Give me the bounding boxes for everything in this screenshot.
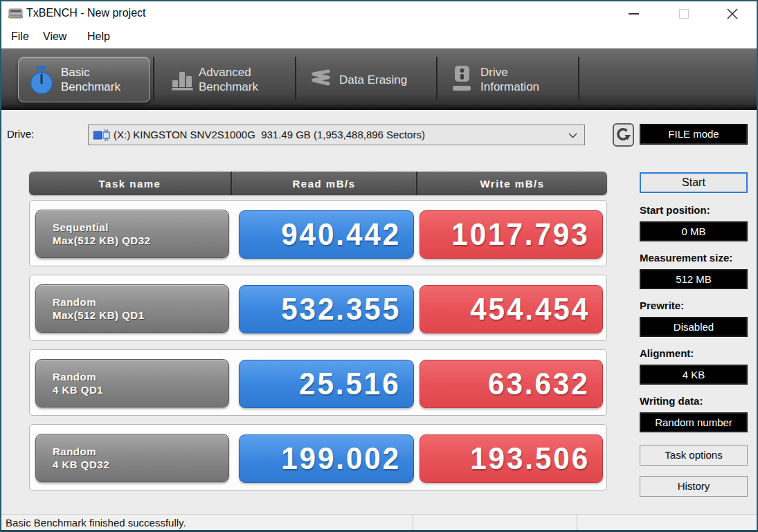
writing-data-value[interactable]: Random number [640,412,748,432]
task-name-line2: Max(512 KB) QD32 [53,234,228,247]
tab-advanced-line2: Benchmark [199,80,258,94]
tab-drive-information[interactable]: Drive Information [448,57,576,102]
window-title: TxBENCH - New project [26,7,145,19]
write-value-box: 193.506 [419,434,603,483]
status-separator [413,515,413,532]
read-value: 25.516 [300,367,401,401]
main-area: Drive: (X:) KINGSTON SNV2S1000G 931.49 G… [1,110,757,514]
header-read: Read mB/s [232,172,416,195]
write-value: 63.632 [489,367,590,401]
status-separator [577,515,577,532]
start-position-value[interactable]: 0 MB [640,221,748,241]
prewrite-value[interactable]: Disabled [640,317,748,337]
drive-label: Drive: [7,128,34,140]
task-name-line1: Random [53,370,228,383]
write-value: 454.454 [470,292,590,327]
refresh-drives-button[interactable] [613,123,634,147]
write-value-box: 63.632 [419,360,603,408]
menu-help[interactable]: Help [87,30,110,43]
header-write: Write mB/s [417,172,607,195]
task-name-line1: Random [53,445,228,458]
tab-bar: Basic Benchmark Advanced Benchmark Data … [1,48,757,110]
chevron-down-icon [568,133,577,138]
app-window: TxBENCH - New project File View Help Bas… [0,0,758,532]
benchmark-row-random-qd1: Random Max(512 KB) QD1 532.355 454.454 [29,275,607,341]
tab-driveinfo-line2: Information [480,80,539,94]
refresh-icon [616,127,631,143]
title-bar: TxBENCH - New project [1,1,757,26]
measurement-size-value[interactable]: 512 MB [640,269,748,289]
alignment-label: Alignment: [640,347,694,359]
tab-basic-benchmark[interactable]: Basic Benchmark [18,57,150,102]
benchmark-row-random-4kb-qd32: Random 4 KB QD32 199.002 193.506 [29,424,607,490]
read-value: 532.355 [281,292,401,327]
write-value: 193.506 [470,441,590,476]
tab-erase-label: Data Erasing [339,73,407,87]
writing-data-label: Writing data: [640,395,703,407]
status-message: Basic Benchmark finished successfully. [6,515,186,531]
task-options-button[interactable]: Task options [640,445,748,466]
tab-separator [153,57,154,100]
task-name-button[interactable]: Random 4 KB QD32 [35,434,229,482]
benchmark-row-random-4kb-qd1: Random 4 KB QD1 25.516 63.632 [29,349,607,416]
stopwatch-icon [28,65,55,95]
task-name-line1: Sequential [53,221,228,234]
read-value-box: 940.442 [239,210,414,259]
read-value: 940.442 [281,217,401,252]
tab-driveinfo-line1: Drive [480,65,539,80]
start-position-label: Start position: [640,204,710,216]
tab-advanced-line1: Advanced [199,65,258,80]
task-name-button[interactable]: Random Max(512 KB) QD1 [35,284,229,333]
prewrite-label: Prewrite: [640,300,684,311]
task-name-line1: Random [53,295,228,309]
tab-separator [295,57,296,100]
alignment-value[interactable]: 4 KB [640,365,748,385]
maximize-button[interactable] [679,9,689,19]
task-name-line2: 4 KB QD32 [53,458,228,471]
file-mode-button[interactable]: FILE mode [640,124,748,145]
tab-advanced-benchmark[interactable]: Advanced Benchmark [168,57,292,102]
tab-separator [578,57,579,100]
task-name-button[interactable]: Random 4 KB QD1 [35,359,229,407]
history-button[interactable]: History [640,476,748,497]
minimize-button[interactable] [629,13,639,15]
results-table-header: Task name Read mB/s Write mB/s [29,172,607,195]
benchmark-row-sequential-qd32: Sequential Max(512 KB) QD32 940.442 1017… [29,200,607,266]
read-value-box: 25.516 [239,360,414,408]
drive-select[interactable]: (X:) KINGSTON SNV2S1000G 931.49 GB (1,95… [88,125,585,145]
menu-file[interactable]: File [11,30,29,43]
write-value-box: 1017.793 [419,210,603,259]
read-value-box: 199.002 [239,434,414,483]
read-value: 199.002 [281,441,401,476]
menu-bar: File View Help [1,26,757,48]
menu-view[interactable]: View [43,30,66,43]
disk-icon [93,129,111,142]
erase-squiggle-icon [309,69,331,90]
header-task-name: Task name [29,172,231,195]
drive-info-icon [451,65,473,93]
tab-data-erasing[interactable]: Data Erasing [306,57,431,102]
drive-select-value: (X:) KINGSTON SNV2S1000G 931.49 GB (1,95… [114,125,425,145]
read-value-box: 532.355 [239,285,414,333]
status-bar: Basic Benchmark finished successfully. [1,514,757,531]
tab-basic-line1: Basic [61,65,120,80]
start-button[interactable]: Start [640,172,748,193]
measurement-size-label: Measurement size: [640,252,732,264]
app-icon [8,8,23,19]
task-name-line2: Max(512 KB) QD1 [53,309,228,322]
task-name-line2: 4 KB QD1 [53,383,228,396]
tab-basic-line2: Benchmark [61,80,120,94]
bar-chart-icon [172,68,194,91]
tab-separator [436,57,437,100]
write-value: 1017.793 [452,217,590,252]
close-button[interactable] [725,7,739,21]
write-value-box: 454.454 [419,285,603,333]
task-name-button[interactable]: Sequential Max(512 KB) QD32 [35,210,229,258]
